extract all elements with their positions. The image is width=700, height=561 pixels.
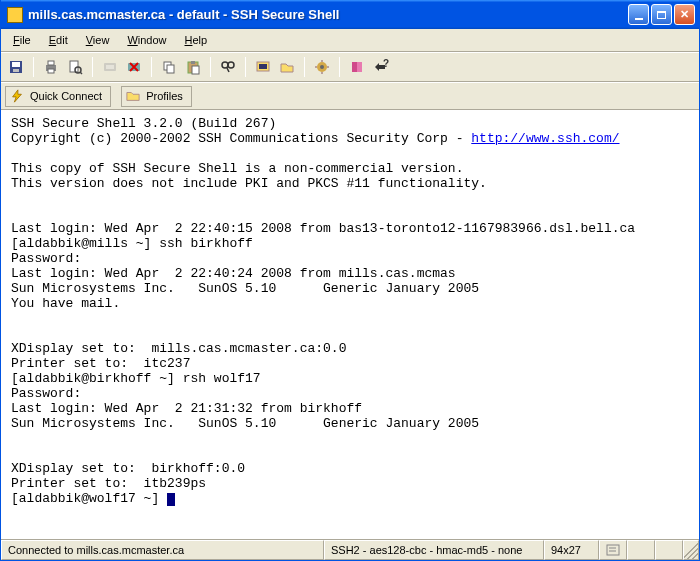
svg-point-17 [222,62,228,68]
svg-rect-2 [13,69,19,72]
status-cipher: SSH2 - aes128-cbc - hmac-md5 - none [324,540,544,560]
menu-edit[interactable]: Edit [41,31,76,49]
terminal[interactable]: SSH Secure Shell 3.2.0 (Build 267) Copyr… [1,110,699,539]
menu-help[interactable]: Help [177,31,216,49]
quick-connect-button[interactable]: Quick Connect [5,86,111,107]
svg-rect-10 [106,65,114,69]
titlebar: mills.cas.mcmaster.ca - default - SSH Se… [1,0,699,29]
svg-rect-16 [192,66,199,74]
connection-bar: Quick Connect Profiles [1,82,699,110]
menu-window[interactable]: Window [119,31,174,49]
close-button[interactable]: ✕ [674,4,695,25]
status-indicator-2 [627,540,655,560]
svg-point-23 [320,65,324,69]
menubar: File Edit View Window Help [1,29,699,52]
folder-icon [126,89,140,103]
help-book-icon[interactable] [346,56,368,78]
status-indicator-1 [599,540,627,560]
svg-rect-5 [48,69,54,73]
toolbar: ? [1,52,699,82]
minimize-button[interactable] [628,4,649,25]
copy-icon[interactable] [158,56,180,78]
svg-rect-13 [167,65,174,73]
svg-rect-4 [48,61,54,65]
new-file-transfer-icon[interactable] [276,56,298,78]
settings-icon[interactable] [311,56,333,78]
connect-icon[interactable] [99,56,121,78]
svg-text:?: ? [383,59,389,69]
find-icon[interactable] [217,56,239,78]
svg-line-19 [227,68,229,72]
quick-connect-label: Quick Connect [30,90,102,102]
svg-rect-21 [259,64,267,69]
num-lock-icon [606,544,620,556]
svg-rect-29 [607,545,619,555]
menu-view[interactable]: View [78,31,118,49]
disconnect-icon[interactable] [123,56,145,78]
new-terminal-icon[interactable] [252,56,274,78]
help-icon[interactable]: ? [370,56,392,78]
statusbar: Connected to mills.cas.mcmaster.ca SSH2 … [1,539,699,560]
resize-grip[interactable] [683,540,699,560]
svg-rect-1 [12,62,20,67]
menu-file[interactable]: File [5,31,39,49]
app-icon [7,7,23,23]
lightning-icon [10,89,24,103]
print-icon[interactable] [40,56,62,78]
cursor [167,493,175,506]
ssh-link[interactable]: http://www.ssh.com/ [471,131,619,146]
status-indicator-3 [655,540,683,560]
save-icon[interactable] [5,56,27,78]
svg-point-18 [228,62,234,68]
paste-icon[interactable] [182,56,204,78]
status-size: 94x27 [544,540,599,560]
svg-rect-15 [191,61,195,64]
maximize-button[interactable] [651,4,672,25]
print-preview-icon[interactable] [64,56,86,78]
svg-line-8 [80,72,82,74]
profiles-button[interactable]: Profiles [121,86,192,107]
window-title: mills.cas.mcmaster.ca - default - SSH Se… [28,7,628,22]
profiles-label: Profiles [146,90,183,102]
status-connection: Connected to mills.cas.mcmaster.ca [1,540,324,560]
